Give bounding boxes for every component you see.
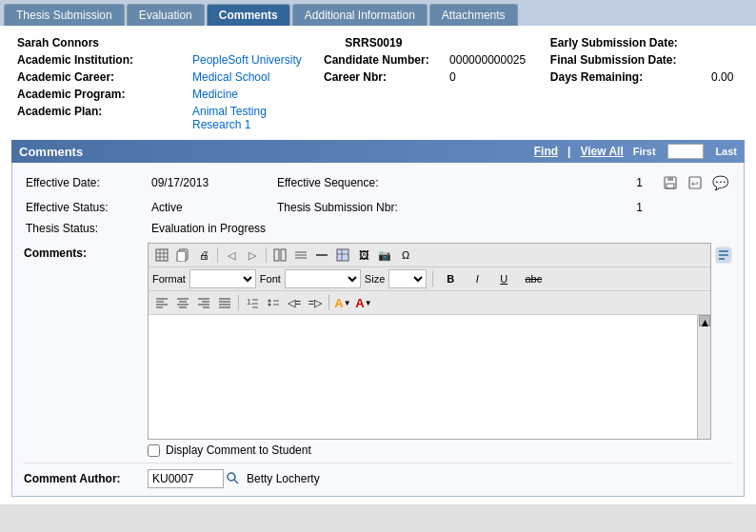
toolbar-row2: Format Font Size B I U abc xyxy=(149,267,710,291)
tbar-img-icon[interactable]: 🖼 xyxy=(354,246,373,265)
acad-inst-value: PeopleSoft University xyxy=(192,53,302,67)
comments-textarea[interactable] xyxy=(149,315,697,439)
thesis-sub-nbr-value: 1 xyxy=(636,201,643,214)
fields-table-row1: Effective Date: 09/17/2013 Effective Seq… xyxy=(24,170,732,195)
header-info-table: Sarah Connors SRRS0019 Early Submission … xyxy=(11,33,745,134)
tbar-sep3 xyxy=(432,271,433,286)
unordered-list-icon[interactable] xyxy=(264,293,283,312)
display-comment-checkbox[interactable] xyxy=(148,444,160,457)
font-select[interactable] xyxy=(285,269,361,288)
tbar-table2-icon[interactable] xyxy=(333,246,352,265)
svg-text:1.: 1. xyxy=(247,297,254,306)
section-header: Comments Find | View All First 1 of 1 La… xyxy=(11,140,745,163)
eff-status-value: Active xyxy=(151,201,183,214)
comment-author-row: Comment Author: Betty Locherty xyxy=(24,463,732,488)
tbar-omega-icon[interactable]: Ω xyxy=(396,246,415,265)
comment-author-label: Comment Author: xyxy=(24,472,148,485)
comments-row: Comments: 🖨 xyxy=(24,243,732,440)
svg-rect-12 xyxy=(274,249,279,261)
bold-button[interactable]: B xyxy=(439,269,462,288)
thesis-sub-nbr-label: Thesis Submission Nbr: xyxy=(277,201,398,214)
acad-inst-label: Academic Institution: xyxy=(17,53,133,67)
align-center-icon[interactable] xyxy=(173,293,192,312)
find-link[interactable]: Find xyxy=(534,145,558,158)
text-color-icon[interactable]: A▼ xyxy=(354,293,373,312)
align-right-icon[interactable] xyxy=(194,293,213,312)
tab-comments[interactable]: Comments xyxy=(207,4,290,26)
tbar-indent-icon[interactable] xyxy=(291,246,310,265)
size-select[interactable] xyxy=(388,269,427,288)
ordered-list-icon[interactable]: 1. xyxy=(243,293,262,312)
tbar-redo-icon[interactable]: ▷ xyxy=(243,246,262,265)
tbar-copy-icon[interactable] xyxy=(173,246,192,265)
tbar-cols-icon[interactable] xyxy=(270,246,289,265)
section-content: Effective Date: 09/17/2013 Effective Seq… xyxy=(11,163,745,497)
tbar-sep1 xyxy=(217,247,218,263)
eff-seq-value: 1 xyxy=(636,176,643,189)
srrs-id: SRRS0019 xyxy=(345,36,402,49)
align-justify-icon[interactable] xyxy=(215,293,234,312)
days-remaining-label: Days Remaining: xyxy=(550,70,643,84)
increase-indent-icon[interactable]: =▷ xyxy=(306,293,325,312)
svg-rect-11 xyxy=(177,251,186,262)
nav-page-box: 1 of 1 xyxy=(667,144,705,159)
bg-color-icon[interactable]: A▼ xyxy=(333,293,352,312)
svg-rect-2 xyxy=(666,184,674,188)
first-nav[interactable]: First xyxy=(633,146,656,157)
cand-num-value: 000000000025 xyxy=(449,53,526,67)
italic-button[interactable]: I xyxy=(466,269,488,288)
chat-icon[interactable]: 💬 xyxy=(709,172,730,193)
svg-rect-13 xyxy=(281,249,286,261)
svg-text:↩: ↩ xyxy=(691,179,699,188)
section-nav: Find | View All First 1 of 1 Last xyxy=(534,144,737,159)
underline-button[interactable]: U xyxy=(492,269,515,288)
scrollbar[interactable]: ▲ xyxy=(697,315,710,439)
tab-additional[interactable]: Additional Information xyxy=(292,4,428,26)
early-submission-label: Early Submission Date: xyxy=(550,36,678,49)
editor-scroll-area: ▲ xyxy=(149,315,710,439)
svg-point-41 xyxy=(269,300,271,303)
tab-thesis[interactable]: Thesis Submission xyxy=(4,4,125,26)
thesis-status-label: Thesis Status: xyxy=(26,222,98,235)
comments-label: Comments: xyxy=(24,243,148,260)
display-comment-label: Display Comment to Student xyxy=(166,443,311,457)
svg-rect-18 xyxy=(337,249,348,261)
tab-evaluation[interactable]: Evaluation xyxy=(127,4,205,26)
tbar-print-icon[interactable]: 🖨 xyxy=(194,246,213,265)
last-nav[interactable]: Last xyxy=(715,146,737,157)
comment-author-name: Betty Locherty xyxy=(247,472,320,485)
svg-point-42 xyxy=(269,304,271,306)
acad-plan-value: Animal Testing Research 1 xyxy=(192,105,267,131)
strikethrough-button[interactable]: abc xyxy=(519,269,547,288)
eff-status-label: Effective Status: xyxy=(26,201,109,214)
view-all-link[interactable]: View All xyxy=(580,145,623,158)
toolbar-row1: 🖨 ◁ ▷ xyxy=(149,244,710,267)
acad-career-label: Academic Career: xyxy=(17,70,114,84)
format-select[interactable] xyxy=(189,269,256,288)
acad-program-label: Academic Program: xyxy=(17,88,125,101)
student-name: Sarah Connors xyxy=(17,36,99,49)
tbar-hr-icon[interactable] xyxy=(312,246,331,265)
tbar-sep2 xyxy=(266,247,267,263)
tbar-imgA-icon[interactable]: 📷 xyxy=(375,246,394,265)
svg-rect-1 xyxy=(667,177,673,181)
main-content: Sarah Connors SRRS0019 Early Submission … xyxy=(0,26,756,504)
right-sidebar-icon[interactable] xyxy=(711,243,732,266)
tbar-table-icon[interactable] xyxy=(152,246,171,265)
final-submission-label: Final Submission Date: xyxy=(550,53,677,67)
editor-container: 🖨 ◁ ▷ xyxy=(148,243,711,440)
tab-attachments[interactable]: Attachments xyxy=(429,4,518,26)
tbar-undo-icon[interactable]: ◁ xyxy=(222,246,241,265)
format-label: Format xyxy=(152,273,186,285)
decrease-indent-icon[interactable]: ◁= xyxy=(285,293,304,312)
align-left-icon[interactable] xyxy=(152,293,171,312)
comment-author-input[interactable] xyxy=(148,469,224,488)
acad-program-value: Medicine xyxy=(192,88,238,101)
days-remaining-value: 0.00 xyxy=(711,70,733,84)
return-icon[interactable]: ↩ xyxy=(685,172,706,193)
toolbar-row3: 1. ◁= =▷ A▼ xyxy=(149,291,710,315)
thesis-status-value: Evaluation in Progress xyxy=(151,222,266,235)
eff-date-value: 09/17/2013 xyxy=(151,176,209,189)
save-icon[interactable] xyxy=(660,172,681,193)
comment-author-search-icon[interactable] xyxy=(226,471,239,487)
